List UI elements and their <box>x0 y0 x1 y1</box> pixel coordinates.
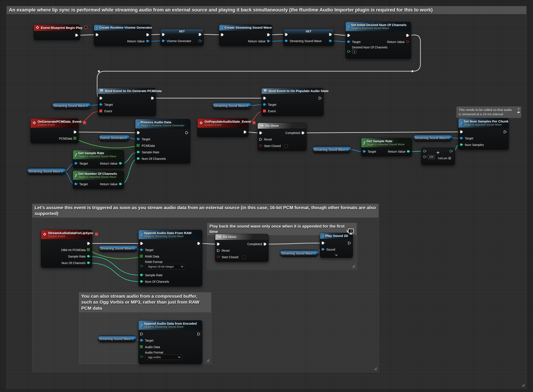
target-pin[interactable] <box>347 40 351 44</box>
exec-in-pin[interactable] <box>140 332 144 336</box>
snspc[interactable]: ƒSet Num Samples Per ChunkTarget is Impo… <box>458 118 509 150</box>
exec-out-pin[interactable] <box>318 96 322 100</box>
variable-get-streaming-sound-wave[interactable]: Streaming Sound Wave <box>312 146 351 153</box>
delegate-pin[interactable] <box>84 26 87 30</box>
gsr2[interactable]: ƒGet Sample RateTarget is Imported Sound… <box>361 138 412 156</box>
sound-pin[interactable] <box>321 248 325 251</box>
exec-out-pin[interactable] <box>198 39 202 43</box>
div[interactable]: 100÷Add pin <box>421 148 455 165</box>
return-value-pin[interactable] <box>146 40 150 43</box>
return-value-pin[interactable] <box>406 40 410 44</box>
variable-output-pin[interactable] <box>131 337 135 341</box>
delegate-pin[interactable] <box>95 233 98 237</box>
return-value-pin[interactable] <box>119 182 123 186</box>
variable-output-pin[interactable] <box>85 104 89 107</box>
exec-in-pin[interactable] <box>347 34 351 37</box>
evtpop[interactable]: OnPopulateAudioState_EventCustom Event <box>197 118 249 137</box>
exec-out-pin[interactable] <box>146 33 150 37</box>
exec-out-pin[interactable] <box>73 130 77 134</box>
return-value-pin[interactable] <box>407 150 410 153</box>
pcmdata-pin[interactable] <box>73 137 77 140</box>
comment-resize-handle[interactable] <box>352 265 355 268</box>
variable-output-pin[interactable] <box>132 247 136 250</box>
crvg[interactable]: ƒCreate Runtime Viseme GeneratorReturn V… <box>94 24 151 46</box>
add-pin-button[interactable]: Add pin <box>438 157 451 160</box>
num-of-channels-pin[interactable] <box>137 157 140 160</box>
exec-out-pin[interactable] <box>348 241 351 245</box>
variable-output-pin[interactable] <box>246 104 250 107</box>
exec-in-pin[interactable] <box>460 130 463 134</box>
sample-rate-pin[interactable] <box>137 150 140 154</box>
target-pin[interactable] <box>99 103 103 106</box>
sample-rate-pin[interactable] <box>140 273 144 277</box>
exec-out-pin[interactable] <box>329 33 332 36</box>
divide-input-a-pin[interactable] <box>423 150 427 154</box>
audio-format-dropdown[interactable]: ogg vorbis <box>145 355 183 360</box>
target-pin[interactable] <box>460 137 463 140</box>
exec-in-pin[interactable] <box>263 96 267 100</box>
variable-get-viseme-generator[interactable]: Viseme Generator <box>99 134 130 141</box>
do2[interactable]: 1Do OnceCompletedResetStart Closed <box>215 234 269 262</box>
event-pin[interactable] <box>263 109 267 113</box>
exec-in-pin[interactable] <box>259 131 263 135</box>
exec-out-pin[interactable] <box>243 130 247 134</box>
exec-out-pin[interactable] <box>197 332 201 336</box>
do1[interactable]: 1Do OnceCompletedResetStart Closed <box>258 123 307 151</box>
num-of-channels-pin[interactable] <box>87 261 91 265</box>
num-samples-pin[interactable] <box>460 143 463 147</box>
start-closed-checkbox[interactable] <box>284 144 288 148</box>
exec-in-pin[interactable] <box>95 33 99 37</box>
ps2d[interactable]: ƒPlay Sound 2DSound <box>320 233 353 258</box>
pcmdata-pin[interactable] <box>137 144 140 147</box>
stream[interactable]: StreamAudioDataForLipSyncCustom Event16b… <box>41 230 92 268</box>
exec-in-pin[interactable] <box>321 241 325 245</box>
start-closed-pin[interactable] <box>217 255 220 259</box>
setvg[interactable]: SETViseme Generator <box>160 29 204 46</box>
reset-pin[interactable] <box>217 249 220 252</box>
variable-get-streaming-sound-wave[interactable]: Streaming Sound Wave <box>280 250 319 257</box>
divide-input-b-pin[interactable] <box>423 155 427 159</box>
start-closed-pin[interactable] <box>259 144 263 148</box>
divide-output-pin[interactable] <box>449 150 453 154</box>
start-closed-checkbox[interactable] <box>242 255 245 259</box>
completed-pin[interactable] <box>301 131 305 135</box>
value-input[interactable]: 1 <box>352 50 356 54</box>
bindpop[interactable]: Bind Event to On Populate Audio StateTar… <box>261 88 324 116</box>
variable-output-pin[interactable] <box>124 136 128 140</box>
event-pin[interactable] <box>99 109 103 113</box>
target-pin[interactable] <box>140 339 144 342</box>
gsr1[interactable]: ƒGet Sample RateTarget is Imported Sound… <box>73 150 124 168</box>
desired-num-of-channels-pin[interactable] <box>347 50 351 53</box>
exec-out-pin[interactable] <box>267 33 270 37</box>
num-of-channels-pin[interactable] <box>140 280 144 283</box>
exec-in-pin[interactable] <box>99 96 103 100</box>
variable-output-pin[interactable] <box>313 252 317 255</box>
variable-get-streaming-sound-wave[interactable]: Streaming Sound Wave <box>27 168 66 175</box>
bp[interactable]: Event Blueprint Begin Play <box>34 24 80 40</box>
exec-in-pin[interactable] <box>285 33 288 36</box>
target-pin[interactable] <box>74 162 78 165</box>
exec-out-pin[interactable] <box>197 242 201 245</box>
viseme-generator-pin[interactable] <box>162 39 165 43</box>
target-pin[interactable] <box>363 150 366 153</box>
exec-in-pin[interactable] <box>217 242 220 246</box>
delegate-pin[interactable] <box>252 121 255 125</box>
target-pin[interactable] <box>74 182 78 186</box>
exec-out-pin[interactable] <box>406 34 410 37</box>
blueprint-graph-canvas[interactable]: An example where lip sync is performed w… <box>0 0 533 392</box>
variable-output-pin[interactable] <box>346 148 349 151</box>
variable-get-streaming-sound-wave[interactable]: Streaming Sound Wave <box>212 102 251 109</box>
variable-get-streaming-sound-wave[interactable]: Streaming Sound Wave <box>99 245 137 252</box>
target-pin[interactable] <box>263 103 267 106</box>
exec-out-pin[interactable] <box>198 33 202 36</box>
variable-get-streaming-sound-wave[interactable]: Streaming Sound Wave <box>414 134 452 141</box>
variable-get-streaming-sound-wave[interactable]: Streaming Sound Wave <box>52 102 91 109</box>
return-value-pin[interactable] <box>119 162 123 165</box>
exec-in-pin[interactable] <box>140 242 144 245</box>
exec-out-pin[interactable] <box>329 39 332 43</box>
sidnc[interactable]: ƒSet Initial Desired Num Of ChannelsTarg… <box>345 22 411 59</box>
exec-in-pin[interactable] <box>137 131 140 135</box>
variable-output-pin[interactable] <box>447 136 450 140</box>
raw-format-dropdown[interactable]: Signed 16-bit integer <box>145 264 185 269</box>
bindgen[interactable]: Bind Event to On Generate PCMDataTargetE… <box>98 88 156 116</box>
